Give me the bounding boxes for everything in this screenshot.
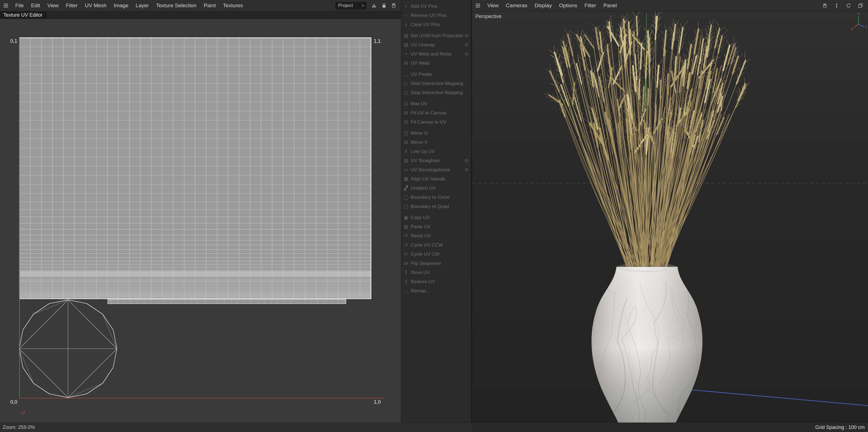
gear-icon[interactable]: ⚙ (465, 33, 468, 38)
maximize-view-icon[interactable] (856, 1, 865, 10)
hand-icon[interactable] (389, 1, 398, 10)
axis-z-label: Z (865, 25, 867, 29)
menu-view[interactable]: View (43, 0, 62, 11)
tool-boundary-to-quad[interactable]: ▢Boundary to Quad (401, 202, 471, 211)
tool-start-interactive-mapping[interactable]: ▷Start Interactive Mapping (401, 79, 471, 88)
tool-label: Mirror V (411, 140, 427, 145)
gear-icon[interactable]: ⚙ (465, 42, 468, 48)
tool-label: Paste UV (411, 224, 431, 229)
tool-clear-uv-pins[interactable]: ×Clear UV Pins (401, 20, 471, 29)
hamburger-menu-icon[interactable] (472, 2, 484, 9)
app-root: FileEditViewFilterUV MeshImageLayerTextu… (0, 0, 868, 432)
tool-uv-straighten[interactable]: ▤UV Straighten⚙ (401, 156, 471, 165)
tool-mirror-u[interactable]: ◫Mirror U (401, 128, 471, 138)
pin-add-icon: + (401, 4, 411, 9)
vp-menu-filter[interactable]: Filter (581, 0, 600, 11)
menu-paint[interactable]: Paint (200, 0, 219, 11)
vp-menu-panel[interactable]: Panel (600, 0, 621, 11)
tool-paste-uv[interactable]: ▥Paste UV (401, 222, 471, 231)
chevron-down-icon: ▾ (362, 4, 364, 7)
tool-cycle-uv-ccw[interactable]: ↺Cycle UV CCW (401, 241, 471, 250)
tool-restore-uv[interactable]: ↥Restore UV (401, 277, 471, 286)
tool-fit-uv-to-canvas[interactable]: ⊞Fit UV to Canvas (401, 108, 471, 118)
menu-filter[interactable]: Filter (62, 0, 81, 11)
tool-stop-interactive-mapping[interactable]: ◻Stop Interactive Mapping (401, 88, 471, 97)
menu-edit[interactable]: Edit (28, 0, 44, 11)
viewport-camera-label[interactable]: Perspective (475, 13, 501, 20)
dolly-zoom-icon[interactable] (832, 1, 841, 10)
tool-set-uvw-from-projection[interactable]: ▤Set UVW from Projection⚙ (401, 31, 471, 40)
histogram-icon[interactable] (370, 1, 379, 10)
pan-hand-icon[interactable] (820, 1, 829, 10)
menu-uv-mesh[interactable]: UV Mesh (81, 0, 110, 11)
perspective-viewport[interactable]: YXZ Perspective (472, 11, 868, 423)
hamburger-menu-icon[interactable] (0, 2, 12, 9)
tool-store-uv[interactable]: ↧Store UV (401, 268, 471, 277)
tool-flip-sequence[interactable]: ⇄Flip Sequence (401, 259, 471, 268)
menu-image[interactable]: Image (110, 0, 132, 11)
vp-menu-cameras[interactable]: Cameras (502, 0, 531, 11)
tool-line-up-uv[interactable]: ≡Line Up UV (401, 147, 471, 156)
projection-icon: ▤ (401, 33, 411, 39)
uv-editor-menus: FileEditViewFilterUV MeshImageLayerTextu… (12, 0, 247, 11)
tool-uv-rectangularize[interactable]: ▭UV Rectangularize⚙ (401, 165, 471, 174)
vp-menu-display[interactable]: Display (531, 0, 555, 11)
align-islands-icon: ▦ (401, 176, 411, 182)
tool-uv-weld[interactable]: ⊞UV Weld (401, 59, 471, 68)
tool-uv-weld-and-relax[interactable]: ≈UV Weld and Relax⚙ (401, 50, 471, 59)
tool-boundary-to-circle[interactable]: ◯Boundary to Circle (401, 193, 471, 202)
project-dropdown[interactable]: Project ▾ (335, 2, 367, 9)
tool-label: Store UV (411, 270, 430, 275)
tool-label: Boundary to Quad (411, 204, 449, 209)
tool-unstitch-uv[interactable]: ▞Unstitch UV (401, 184, 471, 193)
menu-layer[interactable]: Layer (132, 0, 152, 11)
menu-textures[interactable]: Textures (219, 0, 247, 11)
tool-cycle-uv-cw[interactable]: ↻Cycle UV CW (401, 250, 471, 259)
pin-remove-icon: − (401, 13, 411, 18)
gear-icon[interactable]: ⚙ (465, 158, 468, 163)
tool-fit-canvas-to-uv[interactable]: ⊟Fit Canvas to UV (401, 118, 471, 127)
unwrap-icon: ▧ (401, 42, 411, 48)
stop-icon: ◻ (401, 90, 411, 95)
menu-file[interactable]: File (12, 0, 28, 11)
uv-label-u-axis: U (21, 410, 25, 415)
tool-label: Set UVW from Projection (411, 33, 463, 39)
project-dropdown-label: Project (338, 3, 353, 8)
tool-label: Add UV Pins (411, 4, 437, 9)
tool-label: Mirror U (411, 130, 428, 136)
vp-menu-view[interactable]: View (484, 0, 502, 11)
tool-label: Restore UV (411, 279, 435, 285)
tool-label: Line Up UV (411, 149, 435, 154)
uv-label-0-0: 0,0 (10, 399, 17, 405)
uv-editor-statusbar: Zoom: 259.0% (0, 423, 472, 432)
tool-label: Clear UV Pins (411, 22, 440, 28)
tool-mirror-v[interactable]: ⊟Mirror V (401, 138, 471, 147)
menu-texture-selection[interactable]: Texture Selection (152, 0, 200, 11)
tool-label: Fit UV to Canvas (411, 110, 446, 116)
gear-icon[interactable]: ⚙ (465, 167, 468, 173)
tool-uv-unwrap[interactable]: ▧UV Unwrap⚙ (401, 40, 471, 50)
pin-clear-icon: × (401, 22, 411, 28)
tool-label: Max UV (411, 101, 427, 106)
tool-max-uv[interactable]: ⊡Max UV (401, 99, 471, 108)
tool-copy-uv[interactable]: ▣Copy UV (401, 213, 471, 222)
tool-label: Start Interactive Mapping (411, 81, 463, 86)
tab-texture-uv-editor[interactable]: Texture UV Editor (0, 11, 46, 19)
tool-add-uv-pins[interactable]: +Add UV Pins (401, 2, 471, 11)
lock-icon[interactable] (379, 1, 389, 10)
flip-icon: ⇄ (401, 260, 411, 266)
tool-reset-uv[interactable]: ↺Reset UV (401, 231, 471, 241)
uv-mesh-island-bottom[interactable] (19, 300, 117, 398)
rotate-view-icon[interactable] (844, 1, 853, 10)
tool-align-uv-islands[interactable]: ▦Align UV Islands (401, 174, 471, 184)
tool-uv-peeler[interactable]: ◡UV Peeler (401, 70, 471, 79)
uv-canvas[interactable]: 0,11,10,01,0U (0, 19, 401, 423)
gear-icon[interactable]: ⚙ (465, 51, 468, 57)
boundary-quad-icon: ▢ (401, 204, 411, 209)
vp-menu-options[interactable]: Options (555, 0, 581, 11)
tool-remove-uv-pins[interactable]: −Remove UV Pins (401, 11, 471, 20)
fit-canvas-icon: ⊟ (401, 119, 411, 125)
uv-mesh-island-body[interactable] (20, 38, 371, 299)
tool-remap[interactable]: …Remap... (401, 286, 471, 296)
uv-mesh-island-rim[interactable] (108, 299, 346, 304)
